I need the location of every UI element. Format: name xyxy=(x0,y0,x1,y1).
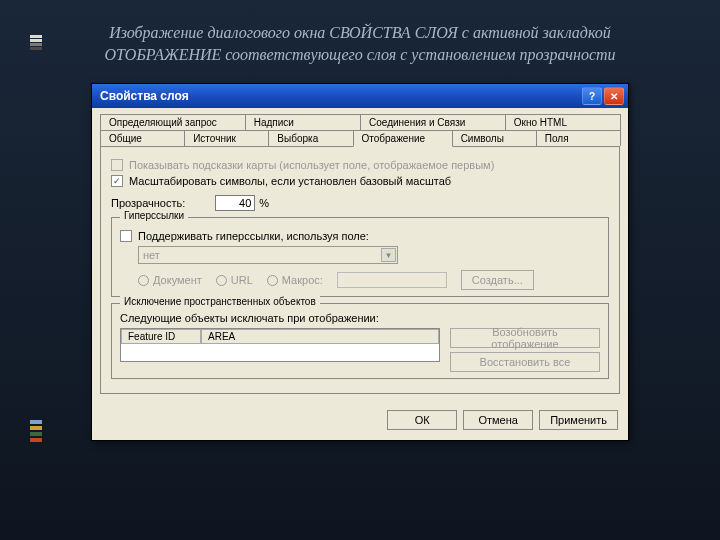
hyperlinks-title: Гиперссылки xyxy=(120,210,188,221)
tab-selection[interactable]: Выборка xyxy=(268,130,353,146)
tabs-row-1: Определяющий запрос Надписи Соединения и… xyxy=(100,114,620,130)
radio-document xyxy=(138,275,149,286)
exclusion-title: Исключение пространственных объектов xyxy=(120,296,320,307)
display-tab-panel: Показывать подсказки карты (использует п… xyxy=(100,146,620,394)
ok-button[interactable]: ОК xyxy=(387,410,457,430)
decorative-stripes-bottom xyxy=(30,420,42,442)
show-map-tips-checkbox xyxy=(111,159,123,171)
support-hyperlinks-checkbox[interactable] xyxy=(120,230,132,242)
dialog-button-row: ОК Отмена Применить xyxy=(92,402,628,440)
restore-display-button: Возобновить отображение xyxy=(450,328,600,348)
scale-symbols-checkbox[interactable]: ✓ xyxy=(111,175,123,187)
radio-macro xyxy=(267,275,278,286)
transparency-input[interactable] xyxy=(215,195,255,211)
apply-button[interactable]: Применить xyxy=(539,410,618,430)
hyperlink-field-select: нет ▼ xyxy=(138,246,398,264)
macro-input xyxy=(337,272,447,288)
radio-url xyxy=(216,275,227,286)
col-feature-id: Feature ID xyxy=(121,329,201,344)
window-title: Свойства слоя xyxy=(100,89,582,103)
col-area: AREA xyxy=(201,329,439,344)
tabs-row-2: Общие Источник Выборка Отображение Симво… xyxy=(100,130,620,146)
close-button[interactable]: ✕ xyxy=(604,87,624,105)
tab-joins[interactable]: Соединения и Связи xyxy=(360,114,506,130)
exclusion-group: Исключение пространственных объектов Сле… xyxy=(111,303,609,379)
tab-symbology[interactable]: Символы xyxy=(452,130,537,146)
slide-caption: Изображение диалогового окна СВОЙСТВА СЛ… xyxy=(0,0,720,75)
hyperlink-field-value: нет xyxy=(143,249,160,261)
tab-query[interactable]: Определяющий запрос xyxy=(100,114,246,130)
decorative-stripes-top xyxy=(30,35,42,51)
support-hyperlinks-label: Поддерживать гиперссылки, используя поле… xyxy=(138,230,369,242)
layer-properties-dialog: Свойства слоя ? ✕ Определяющий запрос На… xyxy=(91,83,629,441)
help-button[interactable]: ? xyxy=(582,87,602,105)
transparency-unit: % xyxy=(259,197,269,209)
chevron-down-icon: ▼ xyxy=(381,248,396,262)
tab-source[interactable]: Источник xyxy=(184,130,269,146)
cancel-button[interactable]: Отмена xyxy=(463,410,533,430)
tab-labels[interactable]: Надписи xyxy=(245,114,361,130)
tab-html[interactable]: Окно HTML xyxy=(505,114,621,130)
create-macro-button: Создать... xyxy=(461,270,534,290)
transparency-label: Прозрачность: xyxy=(111,197,185,209)
exclusion-subtitle: Следующие объекты исключать при отображе… xyxy=(120,312,600,324)
titlebar: Свойства слоя ? ✕ xyxy=(92,84,628,108)
restore-all-button: Восстановить все xyxy=(450,352,600,372)
tab-fields[interactable]: Поля xyxy=(536,130,621,146)
hyperlinks-group: Гиперссылки Поддерживать гиперссылки, ис… xyxy=(111,217,609,297)
show-map-tips-label: Показывать подсказки карты (использует п… xyxy=(129,159,494,171)
tab-display[interactable]: Отображение xyxy=(353,130,453,147)
tab-general[interactable]: Общие xyxy=(100,130,185,146)
scale-symbols-label: Масштабировать символы, если установлен … xyxy=(129,175,451,187)
exclusion-list[interactable]: Feature ID AREA xyxy=(120,328,440,362)
